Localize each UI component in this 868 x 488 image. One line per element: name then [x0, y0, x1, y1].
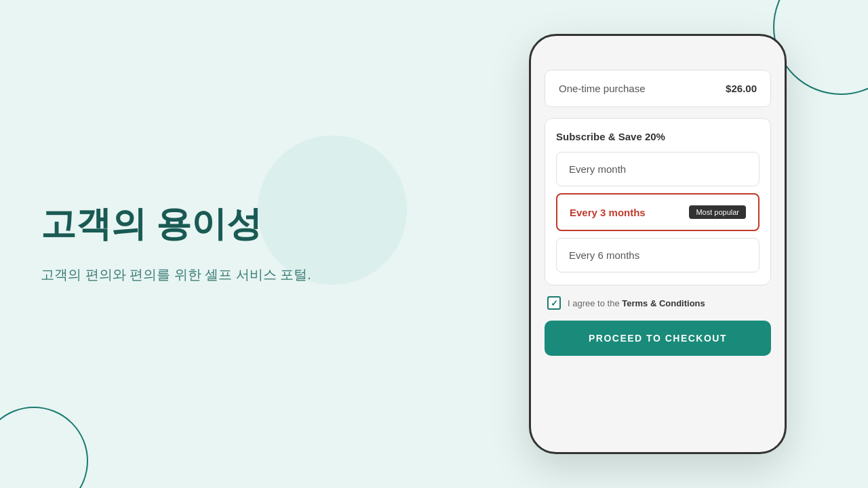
checkmark-icon: ✓ [551, 298, 558, 308]
option-biannual[interactable]: Every 6 months [556, 238, 760, 272]
most-popular-badge: Most popular [689, 205, 746, 219]
terms-checkbox[interactable]: ✓ [547, 296, 561, 310]
terms-prefix: I agree to the [568, 298, 622, 308]
subtitle-text: 고객의 편의와 편의를 위한 셀프 서비스 포털. [41, 264, 326, 285]
option-monthly-label: Every month [569, 163, 626, 175]
subscribe-title: Subscribe & Save 20% [556, 131, 760, 142]
one-time-price: $26.00 [726, 83, 757, 94]
subscribe-section: Subscribe & Save 20% Every month Every 3… [545, 118, 771, 285]
frequency-options: Every month Every 3 months Most popular … [556, 152, 760, 272]
option-monthly[interactable]: Every month [556, 152, 760, 186]
one-time-label: One-time purchase [559, 83, 646, 94]
option-quarterly-label: Every 3 months [570, 207, 646, 218]
phone-inner: One-time purchase $26.00 Subscribe & Sav… [545, 70, 771, 432]
phone-mockup: One-time purchase $26.00 Subscribe & Sav… [529, 34, 787, 454]
terms-link[interactable]: Terms & Conditions [622, 298, 705, 308]
terms-text: I agree to the Terms & Conditions [568, 298, 705, 308]
deco-circle-bottom-left [0, 407, 88, 488]
main-title: 고객의 용이성 [41, 203, 326, 245]
checkout-button[interactable]: PROCEED TO CHECKOUT [545, 321, 771, 356]
deco-circle-top-right [773, 0, 868, 95]
option-biannual-label: Every 6 months [569, 249, 639, 261]
terms-row: ✓ I agree to the Terms & Conditions [545, 296, 771, 310]
left-section: 고객의 용이성 고객의 편의와 편의를 위한 셀프 서비스 포털. [41, 203, 326, 285]
option-quarterly[interactable]: Every 3 months Most popular [556, 193, 760, 231]
one-time-purchase-card[interactable]: One-time purchase $26.00 [545, 70, 771, 107]
